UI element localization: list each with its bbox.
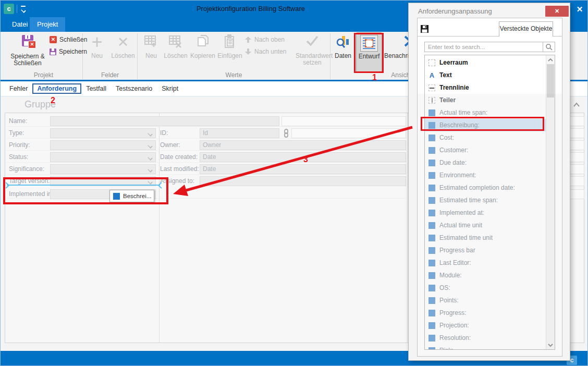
save-close-icon: ✕: [7, 35, 48, 53]
palette-item[interactable]: Leerraum: [425, 56, 546, 69]
link-icon[interactable]: [282, 129, 290, 140]
ribbon-tab-projekt[interactable]: Projekt: [30, 17, 65, 32]
palette-list-items: LeerraumATextTrennlinieTeilerActual time…: [425, 56, 546, 350]
field-icon: [428, 197, 435, 204]
palette-item[interactable]: Projection:: [425, 319, 546, 332]
text-icon: A: [428, 72, 435, 79]
save-button[interactable]: Speichern: [50, 46, 87, 57]
save-layout-icon[interactable]: [420, 25, 429, 35]
close-project-button[interactable]: ✕ Schließen: [50, 34, 87, 45]
palette-item-label: Cost:: [439, 134, 454, 141]
field-icon: [428, 260, 435, 266]
palette-item[interactable]: Progress bar: [425, 244, 546, 257]
tab-fehler[interactable]: Fehler: [5, 83, 32, 94]
palette-item[interactable]: Estimated time span:: [425, 194, 546, 206]
palette-item-label: Due date:: [439, 159, 467, 166]
blank-icon: [428, 59, 435, 66]
annotation-step-2: 2: [51, 96, 55, 105]
palette-item-label: Last Editor:: [439, 259, 471, 266]
name-input[interactable]: [50, 116, 279, 126]
palette-item[interactable]: Points:: [425, 294, 546, 307]
palette-item-label: Teiler: [439, 96, 456, 104]
design-view-button[interactable]: Entwurf: [356, 32, 382, 72]
ribbon-group-label-felder: Felder: [83, 71, 137, 79]
status-dropdown[interactable]: [50, 152, 156, 162]
palette-item[interactable]: OS:: [425, 282, 546, 294]
move-up-button[interactable]: Nach oben: [244, 34, 285, 45]
paste-icon-button[interactable]: Einfügen: [217, 33, 243, 72]
delete-field-button[interactable]: ✕ Löschen: [109, 33, 137, 72]
set-default-button[interactable]: Standardwert setzen: [296, 33, 329, 72]
palette-scrollbar[interactable]: [546, 55, 555, 349]
field-label-id: ID:: [160, 128, 168, 138]
palette-item[interactable]: Estimated time unit: [425, 231, 546, 244]
significance-dropdown[interactable]: [50, 164, 156, 174]
new-field-button[interactable]: + Neu: [85, 33, 109, 72]
table-plus-icon: [140, 34, 163, 52]
window-close-button[interactable]: ✕: [573, 3, 586, 16]
palette-item[interactable]: Module:: [425, 269, 546, 282]
palette-item[interactable]: Estimated completion date:: [425, 181, 546, 194]
splitter-icon: [428, 97, 435, 104]
group-collapse-icon[interactable]: [573, 101, 580, 107]
field-label-type: Type:: [9, 128, 24, 138]
copy-button[interactable]: Kopieren: [189, 33, 216, 72]
palette-item[interactable]: Due date:: [425, 156, 546, 169]
tab-versteckte-objekte[interactable]: Versteckte Objekte: [499, 21, 553, 36]
ribbon-group-label-werte: Werte: [138, 71, 330, 79]
palette-item[interactable]: Progress:: [425, 307, 546, 319]
scroll-up-icon[interactable]: [546, 55, 555, 64]
scroll-down-icon[interactable]: [546, 340, 555, 349]
type-dropdown[interactable]: [50, 128, 156, 138]
id-input[interactable]: Id: [200, 128, 279, 138]
column-divider: [159, 113, 160, 343]
date-created-input[interactable]: Date: [200, 152, 406, 162]
separator-icon: [428, 84, 435, 91]
plus-icon: +: [85, 34, 109, 52]
field-label-significance: Significance:: [9, 164, 44, 174]
drag-tooltip-label: Beschrei...: [123, 193, 151, 199]
field-label-priority: Priority:: [9, 140, 30, 150]
search-icon[interactable]: [543, 42, 555, 52]
tab-testfall[interactable]: Testfall: [81, 83, 111, 94]
palette-item[interactable]: Last Editor:: [425, 257, 546, 269]
drop-insert-line: [7, 185, 160, 186]
palette-item[interactable]: Resolution:: [425, 332, 546, 344]
tab-skript[interactable]: Skript: [157, 83, 183, 94]
search-input[interactable]: [425, 42, 546, 52]
palette-item[interactable]: Teiler: [425, 94, 546, 106]
field-icon: [428, 172, 435, 179]
tab-anforderung[interactable]: Anforderung: [32, 83, 81, 94]
data-view-button[interactable]: Daten: [332, 33, 354, 72]
owner-input[interactable]: Owner: [200, 140, 406, 150]
save-and-close-button[interactable]: ✕ Speichern & Schließen: [7, 33, 48, 72]
move-down-button[interactable]: Nach unten: [244, 46, 286, 57]
palette-item[interactable]: Customer:: [425, 144, 546, 156]
palette-item[interactable]: Implemented at:: [425, 206, 546, 219]
palette-item[interactable]: Trennlinie: [425, 81, 546, 94]
assigned-to-input[interactable]: [200, 176, 406, 186]
panel-close-button[interactable]: ✕: [545, 6, 569, 17]
palette-item-label: Module:: [439, 272, 462, 279]
palette-item[interactable]: Cost:: [425, 131, 546, 144]
palette-item[interactable]: Environment:: [425, 169, 546, 181]
field-icon: [428, 109, 435, 116]
palette-item-label: Estimated completion date:: [439, 184, 515, 191]
scrollbar-thumb[interactable]: [547, 64, 554, 97]
palette-item[interactable]: Actual time unit: [425, 219, 546, 231]
new-value-button[interactable]: Neu: [140, 33, 163, 72]
delete-value-button[interactable]: Löschen: [163, 33, 188, 72]
empty-cell: [291, 128, 406, 138]
palette-item-label: Estimated time unit: [439, 234, 493, 241]
palette-item[interactable]: Actual time span:: [425, 106, 546, 119]
palette-item[interactable]: Beschreibung:: [425, 119, 546, 131]
annotation-step-1: 1: [372, 73, 377, 82]
tab-testszenario[interactable]: Testszenario: [111, 83, 157, 94]
palette-item-label: Environment:: [439, 172, 476, 179]
priority-dropdown[interactable]: [50, 140, 156, 150]
last-modified-input[interactable]: Date: [200, 164, 406, 174]
palette-item[interactable]: Risk:: [425, 344, 546, 350]
field-label-status: Status:: [9, 152, 28, 162]
palette-item[interactable]: AText: [425, 69, 546, 81]
field-label-name: Name:: [9, 116, 27, 126]
